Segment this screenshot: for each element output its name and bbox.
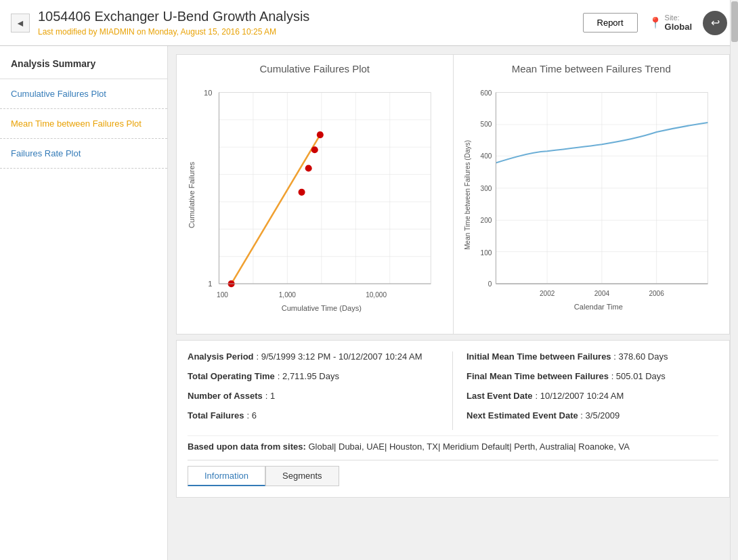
sidebar-item-cumulative[interactable]: Cumulative Failures Plot xyxy=(0,79,167,109)
sites-label: Based upon data from sites: xyxy=(188,441,306,452)
analysis-period-row: Analysis Period : 9/5/1999 3:12 PM - 10/… xyxy=(188,351,439,362)
svg-text:300: 300 xyxy=(480,185,492,192)
total-failures-value: : 6 xyxy=(247,410,257,421)
mtbf-chart-title: Mean Time between Failures Trend xyxy=(462,63,722,74)
scrollbar[interactable] xyxy=(730,46,738,560)
last-event-label: Last Event Date xyxy=(466,391,533,401)
location-icon: 📍 xyxy=(649,16,662,29)
svg-point-22 xyxy=(317,131,324,138)
svg-text:100: 100 xyxy=(217,291,228,299)
total-failures-label: Total Failures xyxy=(188,410,244,421)
total-operating-time-row: Total Operating Time : 2,711.95 Days xyxy=(188,371,439,381)
svg-rect-0 xyxy=(219,93,431,284)
number-assets-value: : 1 xyxy=(265,391,275,401)
tab-segments[interactable]: Segments xyxy=(265,466,339,486)
tabs-row: Information Segments xyxy=(188,460,718,486)
last-modified: Last modified by MIADMIN on Monday, Augu… xyxy=(38,27,583,37)
initial-mtbf-value: : 378.60 Days xyxy=(613,351,668,362)
sidebar-item-label: Cumulative Failures Plot xyxy=(11,89,106,99)
report-button[interactable]: Report xyxy=(583,13,638,33)
user-icon: ↩ xyxy=(711,16,720,29)
svg-text:200: 200 xyxy=(480,217,492,224)
analysis-period-label: Analysis Period xyxy=(188,351,254,362)
sidebar-item-mtbf[interactable]: Mean Time between Failures Plot xyxy=(0,109,167,139)
svg-text:600: 600 xyxy=(480,89,492,97)
site-value: Global xyxy=(665,22,692,32)
back-button[interactable]: ◄ xyxy=(11,14,30,33)
svg-text:2002: 2002 xyxy=(539,290,555,297)
svg-text:Mean Time between Failures (Da: Mean Time between Failures (Days) xyxy=(464,140,471,250)
svg-point-20 xyxy=(305,165,312,172)
cumulative-chart: 10 1 100 1,000 10,000 xyxy=(185,80,445,324)
sidebar-item-label: Failures Rate Plot xyxy=(11,148,81,158)
svg-text:400: 400 xyxy=(480,152,492,160)
next-estimated-row: Next Estimated Event Date : 3/5/2009 xyxy=(466,410,705,421)
mtbf-chart-panel: Mean Time between Failures Trend xyxy=(454,55,730,334)
info-section: Analysis Period : 9/5/1999 3:12 PM - 10/… xyxy=(176,340,730,498)
next-estimated-label: Next Estimated Event Date xyxy=(466,410,578,421)
page-title: 1054406 Exchanger U-Bend Growth Analysis xyxy=(38,9,583,24)
number-assets-label: Number of Assets xyxy=(188,391,263,401)
cumulative-chart-panel: Cumulative Failures Plot xyxy=(177,55,454,334)
next-estimated-value: : 3/5/2009 xyxy=(580,410,620,421)
svg-text:0: 0 xyxy=(487,280,492,288)
total-operating-time-label: Total Operating Time xyxy=(188,371,275,381)
last-event-row: Last Event Date : 10/12/2007 10:24 AM xyxy=(466,391,705,401)
svg-text:Cumulative Time (Days): Cumulative Time (Days) xyxy=(282,304,362,312)
sidebar-item-failures-rate[interactable]: Failures Rate Plot xyxy=(0,139,167,169)
sidebar-item-label: Mean Time between Failures Plot xyxy=(11,119,142,129)
svg-text:1,000: 1,000 xyxy=(279,291,297,299)
total-failures-row: Total Failures : 6 xyxy=(188,410,439,421)
charts-row: Cumulative Failures Plot xyxy=(176,54,730,335)
sidebar: Analysis Summary Cumulative Failures Plo… xyxy=(0,46,168,560)
cumulative-chart-title: Cumulative Failures Plot xyxy=(185,63,445,74)
sites-row: Based upon data from sites: Global| Duba… xyxy=(188,435,718,452)
initial-mtbf-row: Initial Mean Time between Failures : 378… xyxy=(466,351,705,362)
sites-value: Global| Dubai, UAE| Houston, TX| Meridiu… xyxy=(308,441,630,452)
tab-information[interactable]: Information xyxy=(188,466,265,486)
svg-text:1: 1 xyxy=(208,280,212,288)
total-operating-time-value: : 2,711.95 Days xyxy=(278,371,339,381)
svg-point-21 xyxy=(311,146,318,153)
svg-text:10,000: 10,000 xyxy=(366,291,387,299)
svg-point-19 xyxy=(299,189,305,196)
final-mtbf-row: Final Mean Time between Failures : 505.0… xyxy=(466,371,705,381)
svg-text:Cumulative Failures: Cumulative Failures xyxy=(188,161,196,228)
final-mtbf-value: : 505.01 Days xyxy=(611,371,666,381)
main-content: Cumulative Failures Plot xyxy=(168,46,738,560)
last-event-value: : 10/12/2007 10:24 AM xyxy=(536,391,624,401)
analysis-period-value: : 9/5/1999 3:12 PM - 10/12/2007 10:24 AM xyxy=(257,351,422,362)
number-assets-row: Number of Assets : 1 xyxy=(188,391,439,401)
sidebar-title: Analysis Summary xyxy=(0,49,167,79)
user-avatar[interactable]: ↩ xyxy=(703,11,727,35)
svg-text:2006: 2006 xyxy=(649,290,664,297)
svg-text:10: 10 xyxy=(204,89,212,97)
initial-mtbf-label: Initial Mean Time between Failures xyxy=(466,351,611,362)
svg-text:Calendar Time: Calendar Time xyxy=(573,303,622,311)
site-info: 📍 Site: Global xyxy=(649,14,692,32)
mtbf-chart: 0 100 200 300 400 500 600 2002 2004 2006 xyxy=(462,80,722,324)
final-mtbf-label: Final Mean Time between Failures xyxy=(466,371,609,381)
svg-text:100: 100 xyxy=(480,249,492,257)
back-icon: ◄ xyxy=(16,18,25,28)
svg-text:2004: 2004 xyxy=(594,290,609,297)
site-label: Site: xyxy=(665,14,692,22)
svg-text:500: 500 xyxy=(480,121,492,128)
